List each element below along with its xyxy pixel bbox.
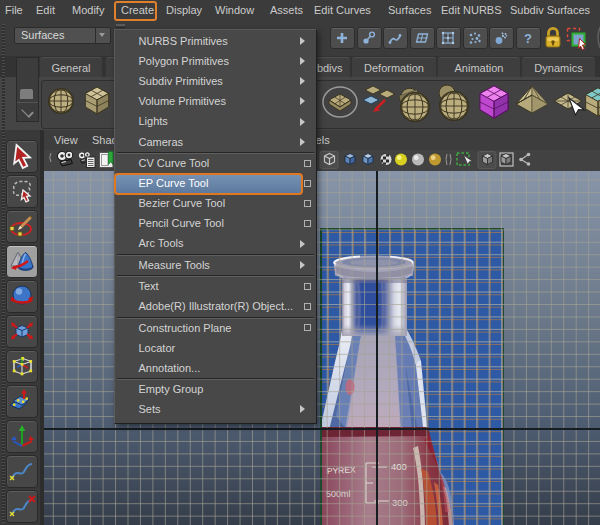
svg-text:?: ?	[524, 31, 532, 46]
